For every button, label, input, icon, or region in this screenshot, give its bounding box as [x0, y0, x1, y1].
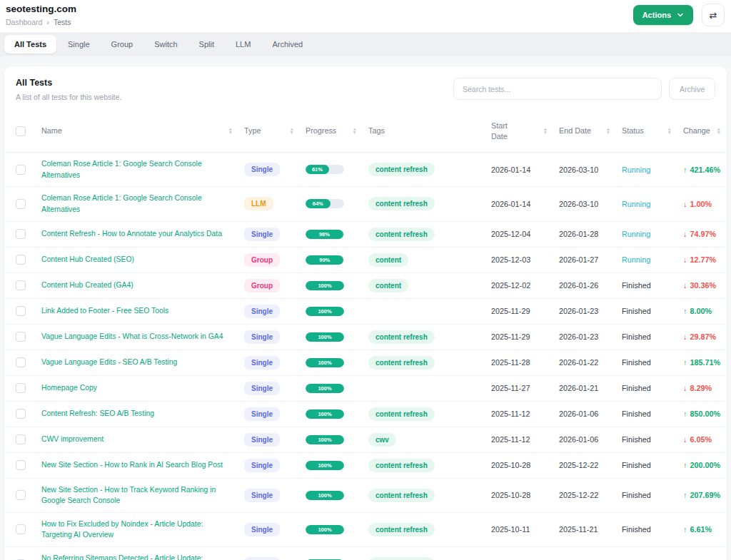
test-name-link[interactable]: No Referring Sitemaps Detected - Article…: [41, 553, 233, 560]
row-checkbox[interactable]: [16, 460, 26, 470]
tag-pill: content refresh: [368, 330, 435, 344]
type-badge: Single: [244, 557, 280, 560]
tab-all-tests[interactable]: All Tests: [4, 35, 56, 54]
test-name-link[interactable]: Coleman Rose Article 1: Google Search Co…: [41, 193, 233, 215]
test-name-link[interactable]: Coleman Rose Article 1: Google Search Co…: [41, 158, 233, 180]
change-value: 185.71%: [690, 358, 720, 367]
row-checkbox[interactable]: [16, 409, 26, 419]
change-value: 29.87%: [690, 332, 716, 341]
row-checkbox[interactable]: [16, 229, 26, 239]
switch-website-button[interactable]: ⇄: [702, 4, 725, 26]
sort-icon-end-date[interactable]: ▲▼: [606, 128, 610, 133]
tab-archived[interactable]: Archived: [262, 35, 313, 54]
row-checkbox[interactable]: [16, 306, 26, 316]
row-checkbox[interactable]: [16, 490, 26, 500]
column-header-type[interactable]: Type▲▼: [238, 110, 300, 153]
progress-label: 100%: [318, 385, 331, 392]
tags-cell: content refresh: [363, 153, 485, 187]
progress-bar-fill: 100%: [306, 358, 344, 367]
tags-cell: content refresh: [363, 350, 485, 375]
column-header-start-date[interactable]: Start Date▲▼: [485, 110, 553, 153]
table-row: Content Hub Created (GA4) Group 100% con…: [4, 273, 727, 298]
status-label: Finished: [622, 307, 651, 315]
test-name-link[interactable]: How to Fix Excluded by Noindex - Article…: [41, 519, 233, 541]
select-all-checkbox[interactable]: [16, 126, 26, 136]
breadcrumb-dashboard[interactable]: Dashboard: [6, 18, 42, 26]
column-header-progress[interactable]: Progress▲▼: [300, 110, 363, 153]
sort-icon-change[interactable]: ▲▼: [717, 128, 721, 133]
type-badge: Single: [244, 305, 280, 318]
change-arrow-icon: ↓: [683, 255, 687, 264]
tag-pill: content refresh: [368, 356, 435, 370]
test-name-link[interactable]: Vague Language Edits - What is Cross-Net…: [41, 331, 233, 342]
tab-switch[interactable]: Switch: [144, 35, 187, 54]
status-label: Finished: [622, 461, 651, 469]
actions-button[interactable]: Actions: [633, 5, 693, 25]
sort-icon-progress[interactable]: ▲▼: [353, 128, 357, 133]
progress-bar: 100%: [306, 409, 344, 419]
status-label: Finished: [622, 525, 651, 534]
end-date-cell: 2026-03-10: [553, 153, 616, 187]
row-checkbox[interactable]: [16, 255, 26, 265]
change-cell: ↑ 421.46%: [683, 166, 720, 174]
test-name-link[interactable]: CWV improvement: [41, 434, 233, 445]
row-checkbox[interactable]: [16, 332, 26, 342]
tags-cell: content refresh: [363, 187, 485, 221]
end-date-cell: 2026-01-06: [553, 427, 616, 452]
row-checkbox[interactable]: [16, 165, 26, 175]
start-date-cell: 2025-10-11: [485, 512, 553, 546]
sort-icon-status[interactable]: ▲▼: [667, 128, 672, 133]
sort-icon-name[interactable]: ▲▼: [228, 128, 233, 133]
change-value: 8.29%: [690, 384, 712, 392]
sort-icon-start-date[interactable]: ▲▼: [543, 128, 548, 133]
tab-group[interactable]: Group: [101, 35, 143, 54]
change-value: 6.61%: [690, 525, 712, 534]
progress-bar-fill: 100%: [306, 409, 344, 419]
test-name-link[interactable]: Content Refresh: SEO A/B Testing: [41, 408, 233, 419]
test-name-link[interactable]: Content Refresh - How to Annotate your A…: [41, 228, 233, 240]
status-label: Running: [622, 230, 650, 238]
test-name-link[interactable]: Vague Language Edits - SEO A/B Testing: [41, 357, 233, 368]
type-badge: Single: [244, 330, 280, 344]
progress-bar: 100%: [306, 281, 344, 290]
tab-single[interactable]: Single: [58, 35, 100, 54]
progress-bar: 99%: [306, 255, 344, 265]
tab-split[interactable]: Split: [189, 35, 224, 54]
change-arrow-icon: ↑: [683, 525, 687, 534]
row-checkbox[interactable]: [16, 524, 26, 534]
column-label-start-date: Start Date: [491, 121, 520, 141]
test-name-link[interactable]: New Site Section - How to Rank in AI Sea…: [41, 459, 233, 471]
type-badge: Single: [244, 356, 280, 370]
type-badge: Single: [244, 228, 280, 241]
test-name-link[interactable]: New Site Section - How to Track Keyword …: [41, 484, 233, 506]
row-checkbox[interactable]: [16, 199, 26, 209]
row-checkbox[interactable]: [16, 357, 26, 367]
search-input[interactable]: [453, 78, 662, 100]
test-name-link[interactable]: Content Hub Created (SEO): [41, 254, 233, 265]
column-header-status[interactable]: Status▲▼: [616, 110, 677, 153]
change-value: 850.00%: [690, 409, 720, 418]
progress-bar-fill: 100%: [306, 461, 344, 470]
tab-llm[interactable]: LLM: [226, 35, 261, 54]
column-header-change[interactable]: Change▲▼: [677, 110, 727, 153]
progress-bar: 100%: [306, 435, 344, 444]
sort-icon-type[interactable]: ▲▼: [290, 128, 294, 133]
row-checkbox[interactable]: [16, 434, 26, 444]
test-name-link[interactable]: Homepage Copy: [41, 382, 233, 394]
row-checkbox[interactable]: [16, 280, 26, 290]
test-name-link[interactable]: Content Hub Created (GA4): [41, 280, 233, 291]
column-label-change: Change: [683, 126, 710, 136]
column-label-name: Name: [41, 126, 62, 136]
column-header-end-date[interactable]: End Date▲▼: [553, 110, 616, 153]
end-date-cell: 2026-01-27: [553, 247, 616, 273]
start-date-cell: 2025-10-11: [485, 547, 553, 560]
archive-button[interactable]: Archive: [669, 78, 715, 100]
table-row: New Site Section - How to Rank in AI Sea…: [4, 452, 727, 478]
table-header-row: Name▲▼Type▲▼Progress▲▼TagsStart Date▲▼En…: [4, 110, 727, 153]
row-checkbox[interactable]: [16, 383, 26, 393]
test-name-link[interactable]: Link Added to Footer - Free SEO Tools: [41, 305, 233, 317]
status-label: Finished: [622, 332, 651, 341]
column-header-name[interactable]: Name▲▼: [36, 110, 238, 153]
status-label: Running: [622, 166, 650, 174]
change-value: 8.00%: [690, 307, 712, 315]
